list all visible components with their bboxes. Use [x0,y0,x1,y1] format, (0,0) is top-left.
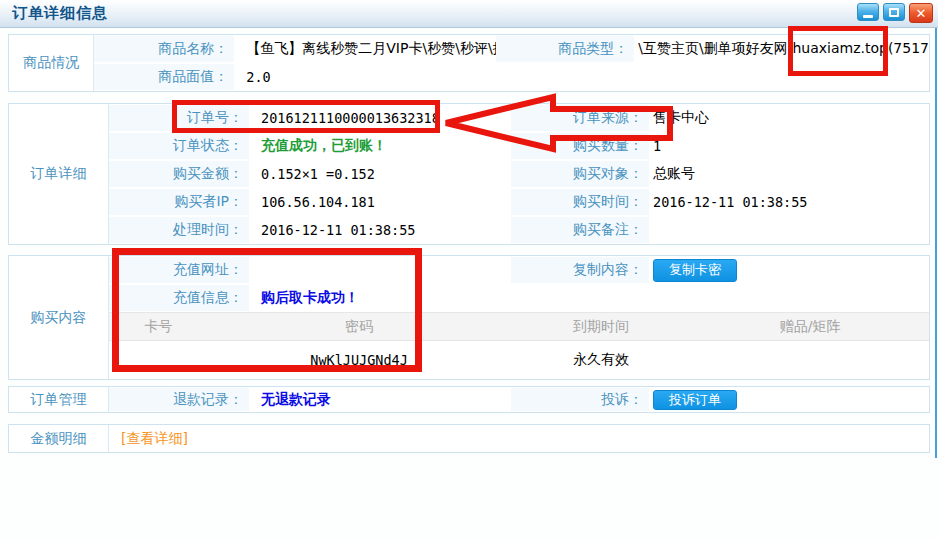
title-bar: 订单详细信息 ✕ [0,0,938,28]
minimize-icon [863,15,873,18]
complaint-label: 投诉： [511,388,649,411]
order-no-value: 2016121110000013632318 [249,110,511,126]
process-time-label: 处理时间： [109,217,249,243]
row-amount-detail: [查看详细] [109,425,929,452]
product-name-label: 商品名称： [94,36,234,62]
copy-card-button[interactable]: 复制卡密 [653,259,737,282]
recharge-info-value: 购后取卡成功！ [249,289,929,307]
card-exp-value: 永久有效 [511,351,691,369]
section-purchase: 购买内容 充值网址： 复制内容： 复制卡密 充值信息： 购后取卡成功！ 卡号 密… [8,255,930,380]
order-remark-label: 购买备注： [511,217,649,243]
card-exp-header: 到期时间 [511,318,691,336]
product-face-value: 2.0 [234,69,496,85]
recharge-info-label: 充值信息： [109,285,249,311]
minimize-button[interactable] [857,3,879,21]
row-order-amount: 购买金额： 0.152×1 =0.152 购买对象： 总账号 [109,160,929,188]
card-gift-header: 赠品/矩阵 [691,318,929,336]
row-product-face: 商品面值： 2.0 [94,63,929,91]
row-recharge-url: 充值网址： 复制内容： 复制卡密 [109,256,929,284]
page-title: 订单详细信息 [12,4,108,23]
order-qty-value: 1 [649,138,929,154]
maximize-button[interactable] [883,3,905,21]
section-amount-label: 金额明细 [9,425,109,452]
recharge-url-label: 充值网址： [109,257,249,283]
process-time-value: 2016-12-11 01:38:55 [249,222,511,238]
section-order-label: 订单详细 [9,104,109,244]
section-purchase-label: 购买内容 [9,256,109,379]
complain-order-button[interactable]: 投诉订单 [653,390,737,410]
order-qty-label: 购买数量： [511,133,649,159]
right-frame-border [935,28,937,458]
order-source-label: 订单来源： [511,105,649,131]
order-status-label: 订单状态： [109,133,249,159]
card-table-header: 卡号 密码 到期时间 赠品/矩阵 [109,312,929,341]
section-product: 商品情况 商品名称： 【鱼飞】离线秒赞二月VIP卡\秒赞\秒评\挂挂 商品类型：… [8,34,930,92]
order-amount-value: 0.152×1 =0.152 [249,166,511,182]
row-recharge-info: 充值信息： 购后取卡成功！ [109,284,929,312]
order-no-label: 订单号： [109,105,249,131]
row-order-status: 订单状态： 充值成功，已到账！ 购买数量： 1 [109,132,929,160]
order-status-value: 充值成功，已到账！ [249,137,511,155]
row-refund: 退款记录： 无退款记录 投诉： 投诉订单 [109,387,929,412]
row-order-process: 处理时间： 2016-12-11 01:38:55 购买备注： [109,216,929,244]
buyer-ip-value: 106.56.104.181 [249,194,511,210]
buyer-ip-label: 购买者IP： [109,189,249,215]
close-icon: ✕ [916,7,927,20]
section-manage-label: 订单管理 [9,387,109,412]
refund-label: 退款记录： [109,388,249,411]
order-target-value: 总账号 [649,165,929,183]
buy-time-value: 2016-12-11 01:38:55 [649,194,929,210]
row-order-ip: 购买者IP： 106.56.104.181 购买时间： 2016-12-11 0… [109,188,929,216]
card-no-header: 卡号 [109,318,207,336]
buy-time-label: 购买时间： [511,189,649,215]
maximize-icon [889,8,899,17]
view-detail-link[interactable]: [查看详细] [109,430,188,448]
refund-value: 无退款记录 [249,391,511,409]
section-order: 订单详细 订单号： 2016121110000013632318 订单来源： 售… [8,103,930,245]
window-controls: ✕ [853,3,933,23]
row-product-name: 商品名称： 【鱼飞】离线秒赞二月VIP卡\秒赞\秒评\挂挂 商品类型： \互赞主… [94,35,929,63]
card-pwd-header: 密码 [207,318,510,336]
row-order-no: 订单号： 2016121110000013632318 订单来源： 售卡中心 [109,104,929,132]
product-face-label: 商品面值： [94,64,234,90]
product-name-value: 【鱼飞】离线秒赞二月VIP卡\秒赞\秒评\挂挂 [234,40,496,58]
copy-content-label: 复制内容： [511,257,649,283]
order-source-value: 售卡中心 [649,109,929,127]
section-manage: 订单管理 退款记录： 无退款记录 投诉： 投诉订单 [8,386,930,413]
card-pwd-value: NwKlJUJGNd4J [207,352,510,368]
order-amount-label: 购买金额： [109,161,249,187]
section-amount: 金额明细 [查看详细] [8,424,930,453]
close-button[interactable]: ✕ [909,3,933,23]
section-product-label: 商品情况 [9,35,94,91]
product-type-label: 商品类型： [496,36,634,62]
product-type-value: \互赞主页\删单项好友网:huaxiamz.top(7517 [634,40,929,58]
card-table-row: NwKlJUJGNd4J 永久有效 [109,341,929,378]
order-target-label: 购买对象： [511,161,649,187]
